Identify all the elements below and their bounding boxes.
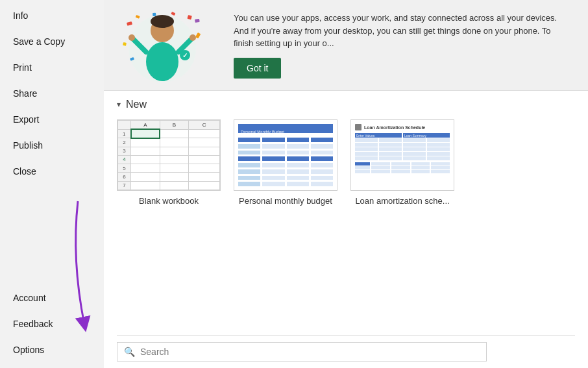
svg-rect-12 [195, 18, 200, 22]
sidebar-item-info[interactable]: Info [0, 3, 104, 29]
svg-text:✓: ✓ [182, 52, 188, 59]
search-input[interactable] [140, 347, 480, 357]
template-loan-amortization[interactable]: Loan Amortization Schedule Enter Values [350, 119, 454, 206]
section-divider [117, 335, 575, 336]
template-blank-workbook[interactable]: A B C 1 2 [117, 119, 221, 206]
main-content: ✓ You can use your apps, access your wor… [104, 0, 588, 368]
blank-workbook-thumb: A B C 1 2 [117, 119, 221, 191]
svg-point-1 [146, 42, 178, 81]
chevron-down-icon: ▾ [117, 100, 121, 109]
svg-point-3 [151, 15, 174, 28]
templates-row: A B C 1 2 [117, 119, 575, 206]
new-section: ▾ New A B C 1 [104, 91, 588, 327]
svg-rect-17 [123, 42, 127, 46]
sidebar-item-publish[interactable]: Publish [0, 132, 104, 158]
sidebar-bottom: Account Feedback Options [0, 285, 104, 368]
svg-rect-11 [136, 15, 140, 19]
sidebar: Info Save a Copy Print Share Export Publ… [0, 0, 104, 368]
got-it-button[interactable]: Got it [234, 58, 281, 79]
budget-title-bar: Personal Monthly Budget [238, 124, 333, 133]
sidebar-item-print[interactable]: Print [0, 55, 104, 80]
template-personal-budget[interactable]: Personal Monthly Budget Personal monthly… [234, 119, 337, 206]
banner: ✓ You can use your apps, access your wor… [104, 0, 588, 91]
svg-rect-10 [127, 21, 132, 25]
sidebar-item-save-copy[interactable]: Save a Copy [0, 29, 104, 55]
svg-rect-15 [153, 12, 156, 16]
sidebar-item-feedback[interactable]: Feedback [0, 311, 104, 337]
new-section-header: ▾ New [117, 99, 575, 110]
sidebar-item-export[interactable]: Export [0, 106, 104, 132]
new-section-label: New [126, 99, 147, 110]
person-illustration: ✓ [117, 10, 208, 88]
svg-rect-14 [187, 15, 191, 19]
sidebar-item-share[interactable]: Share [0, 80, 104, 106]
blank-grid: A B C 1 2 [117, 120, 220, 190]
svg-point-7 [190, 34, 196, 41]
loan-amortization-thumb: Loan Amortization Schedule Enter Values [350, 119, 454, 191]
personal-budget-label: Personal monthly budget [239, 196, 332, 206]
personal-budget-thumb: Personal Monthly Budget [234, 119, 337, 191]
blank-workbook-label: Blank workbook [139, 196, 199, 206]
sidebar-item-close[interactable]: Close [0, 158, 104, 184]
sidebar-item-account[interactable]: Account [0, 285, 104, 311]
svg-rect-16 [171, 12, 175, 16]
banner-illustration: ✓ [117, 10, 221, 81]
loan-amortization-label: Loan amortization sche... [355, 196, 449, 206]
banner-text-area: You can use your apps, access your work,… [227, 12, 575, 79]
sidebar-item-options[interactable]: Options [0, 337, 104, 363]
svg-rect-13 [195, 32, 201, 38]
search-icon: 🔍 [124, 347, 135, 357]
search-bar: 🔍 [117, 342, 487, 362]
svg-point-6 [129, 34, 135, 41]
banner-description: You can use your apps, access your work,… [234, 12, 569, 50]
